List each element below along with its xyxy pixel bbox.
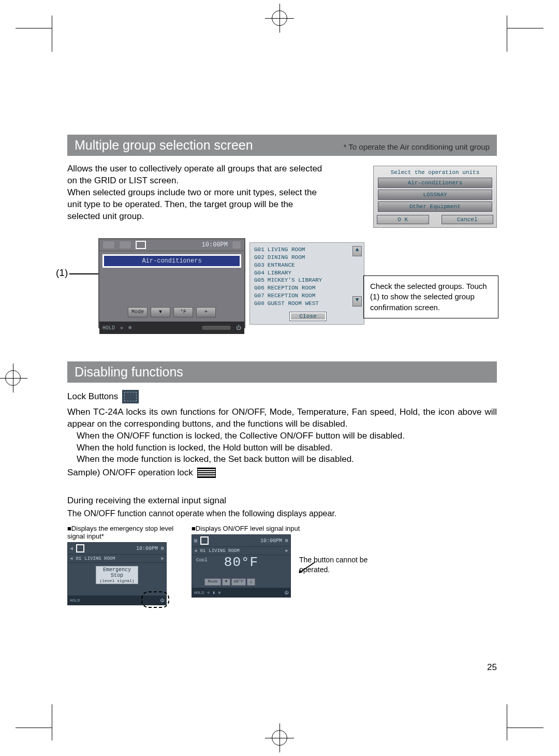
select-units-popup: Select the operation units Air-condition… [373, 166, 497, 228]
list-item[interactable]: G04LIBRARY [254, 269, 362, 277]
temp-up-button[interactable]: + [196, 307, 216, 317]
stop-icon[interactable] [136, 241, 146, 249]
mode-button[interactable]: Mode [204, 578, 221, 586]
list-item[interactable]: G08GUEST ROOM WEST [254, 300, 362, 308]
page-number: 25 [487, 662, 497, 673]
scroll-up-icon[interactable]: ▲ [352, 246, 362, 256]
section2-line1: When the ON/OFF function is locked, the … [67, 430, 497, 442]
temp-down-button[interactable]: ▼ [222, 578, 230, 586]
scrollbar[interactable]: ▲ ▼ [352, 246, 362, 307]
power-icon: ⏻ [284, 590, 288, 595]
gear-icon: ⚙ [161, 545, 164, 551]
registration-mark-icon [272, 10, 287, 26]
section1-subtitle: * To operate the Air conditioning unit g… [344, 142, 490, 151]
close-button[interactable]: Close [289, 312, 327, 321]
mini-lcd-2: ▦10:00PM⚙ ◀01LIVING ROOM▶ Cool 80°F Mode… [192, 534, 291, 598]
stop-icon [200, 536, 209, 545]
section-bar: Multiple group selection screen * To ope… [67, 135, 497, 156]
section2-line3: When the mode function is locked, the Se… [67, 454, 497, 466]
snow-icon[interactable]: ❄ [128, 325, 131, 331]
option-other-equipment[interactable]: Other Equipment [378, 201, 492, 212]
clock: 10:00PM [202, 241, 228, 249]
mode-button[interactable]: Mode [128, 307, 148, 317]
group-list-popup: G01LIVING ROOM G02DINING ROOM G03ENTRANC… [249, 242, 364, 325]
grid-icon[interactable] [102, 241, 115, 249]
figure-emergency-stop: ■Displays the emergency stop level signa… [67, 525, 176, 605]
sample-label: Sample) ON/OFF operation lock [67, 468, 193, 478]
list-item[interactable]: G07RECEPTION ROOM [254, 292, 362, 300]
figure-onoff-signal: ■Displays ON/OFF level signal input ▦10:… [192, 525, 388, 605]
group-type-button[interactable]: Air-conditioners [102, 254, 241, 268]
fan-icon[interactable]: ✢ [120, 325, 123, 331]
mini-lcd-1: ◀10:00PM⚙ ◀01LIVING ROOM▶ Emergency Stop… [67, 542, 167, 605]
lock-buttons-label: Lock Buttons [67, 391, 118, 402]
hold-label[interactable]: HOLD [102, 325, 115, 331]
cancel-button[interactable]: Cancel [442, 215, 494, 224]
set-temp: 80°F [231, 578, 246, 586]
arrow-icon [295, 560, 316, 576]
section3-heading: During receiving the external input sign… [67, 496, 497, 506]
temp-unit: °F [173, 307, 193, 317]
controller-lcd: 10:00PM Air-conditioners Mode ▼ °F + HOL… [98, 238, 245, 328]
registration-mark-icon [272, 730, 287, 746]
list-item[interactable]: G02DINING ROOM [254, 254, 362, 261]
temp-down-button[interactable]: ▼ [151, 307, 170, 317]
list-item[interactable]: G01LIVING ROOM [254, 246, 362, 254]
section3-para: The ON/OFF function cannot operate when … [67, 509, 497, 518]
dashed-circle-icon [141, 591, 169, 608]
temp-up-button[interactable]: △ [247, 578, 255, 586]
lock-icon [122, 390, 139, 403]
registration-mark-icon [5, 370, 21, 386]
option-lossnay[interactable]: LOSSNAY [378, 190, 492, 200]
option-air-conditioners[interactable]: Air-conditioners [378, 178, 492, 188]
popup-header: Select the operation units [377, 169, 493, 176]
section2-body: When TC-24A locks its own functions for … [67, 406, 497, 430]
fig1-caption: ■Displays the emergency stop level signa… [67, 525, 176, 540]
gear-icon: ⚙ [285, 537, 288, 544]
section2-line2: When the hold function is locked, the Ho… [67, 442, 497, 454]
gear-icon[interactable] [232, 241, 241, 249]
list-item[interactable]: G06RECEPTION ROOM [254, 284, 362, 292]
scroll-down-icon[interactable]: ▼ [352, 296, 362, 307]
note-box: Check the selected groups. Touch (1) to … [363, 275, 498, 318]
hold-label: HOLD [194, 590, 204, 595]
emergency-line2: (level signal) [96, 578, 138, 583]
switch-track[interactable] [202, 326, 231, 330]
stop-icon [76, 544, 84, 553]
cool-mode-label: Cool [196, 558, 208, 563]
power-icon[interactable]: ⏻ [236, 325, 241, 331]
list-icon[interactable] [119, 241, 131, 249]
lock-sample-icon [197, 468, 216, 478]
hold-label: HOLD [70, 598, 80, 603]
section-bar: Disabling functions [67, 361, 497, 383]
emergency-line1: Emergency Stop [96, 567, 138, 578]
section1-title: Multiple group selection screen [75, 138, 253, 153]
callout-1: (1) [56, 267, 68, 279]
ok-button[interactable]: O K [377, 215, 429, 224]
list-item[interactable]: G05MICKEY'S LIBRARY [254, 277, 362, 284]
section1-paragraph: Allows the user to collectively operate … [67, 163, 326, 223]
fig2-caption: ■Displays ON/OFF level signal input [192, 525, 388, 532]
list-item[interactable]: G03ENTRANCE [254, 261, 362, 269]
section2-title: Disabling functions [75, 365, 183, 380]
